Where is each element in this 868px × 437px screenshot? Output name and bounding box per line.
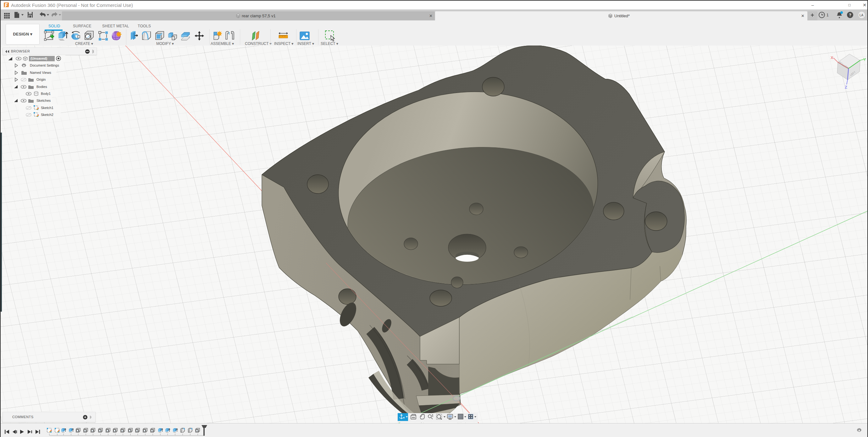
svg-text:LA: LA [860, 13, 864, 17]
svg-text:?: ? [849, 13, 851, 17]
svg-text:X: X [831, 55, 833, 60]
svg-text:Y: Y [863, 57, 866, 62]
svg-text:1: 1 [827, 13, 829, 17]
svg-text:Z: Z [845, 85, 847, 90]
